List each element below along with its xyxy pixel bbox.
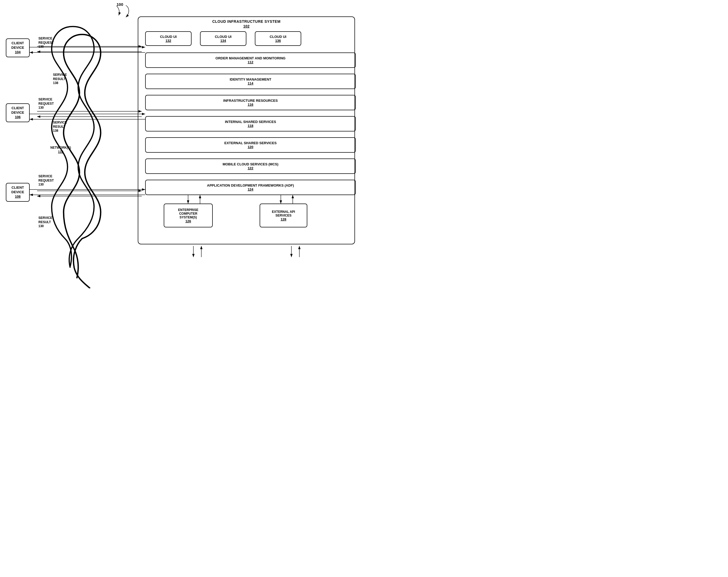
enterprise-ref: 126 [185,219,191,223]
cloud-ui-136-label: CLOUD UI [270,35,286,39]
external-api-ref: 128 [281,217,286,221]
order-management-112: ORDER MANAGEMENT AND MONITORING 112 [145,52,356,68]
service-request-130-mid: SERVICEREQUEST130 [38,98,54,110]
cloud-ui-136: CLOUD UI 136 [255,31,301,46]
client-device-108-ref: 108 [15,195,21,199]
external-shared-label: EXTERNAL SHARED SERVICES [225,141,277,145]
internal-shared-ref: 118 [248,124,254,128]
adf-ref: 124 [248,187,254,191]
enterprise-computer-126: ENTERPRISECOMPUTERSYSTEM(S) 126 [164,204,213,227]
adf-124: APPLICATION DEVELOPMENT FRAMEWORKS (ADF)… [145,180,356,195]
enterprise-label: ENTERPRISECOMPUTERSYSTEM(S) [178,208,199,219]
client-device-108-label: CLIENTDEVICE [11,185,24,194]
cloud-ui-132-ref: 132 [165,39,172,43]
service-result-130-bot: SERVICERESULT130 [38,216,52,228]
client-device-106-ref: 106 [15,115,21,119]
cloud-ui-132-label: CLOUD UI [160,35,177,39]
order-mgmt-label: ORDER MANAGEMENT AND MONITORING [215,56,285,60]
order-mgmt-ref: 112 [248,60,254,64]
infrastructure-resources-116: INFRASTRUCTURE RESOURCES 116 [145,95,356,110]
identity-mgmt-ref: 114 [248,81,254,85]
identity-mgmt-label: IDENTITY MANAGEMENT [230,77,271,81]
identity-management-114: IDENTITY MANAGEMENT 114 [145,74,356,89]
infra-resources-label: INFRASTRUCTURE RESOURCES [223,99,278,103]
mobile-cloud-services-122: MOBILE CLOUD SERVICES (MCS) 122 [145,158,356,174]
external-shared-ref: 120 [248,145,254,149]
mobile-cloud-ref: 122 [248,166,254,170]
diagram: 100 CLIENTDEVICE 104 CLIENTDEVICE 106 CL… [0,0,364,288]
service-request-130-top: SERVICEREQUEST130 [38,36,54,49]
cloud-ui-134-label: CLOUD UI [215,35,232,39]
cloud-ui-134: CLOUD UI 134 [200,31,246,46]
service-result-138-top: SERVICERESULT138 [53,73,67,85]
cloud-ui-136-ref: 136 [275,39,281,43]
internal-shared-label: INTERNAL SHARED SERVICES [225,120,276,124]
cloud-ui-132: CLOUD UI 132 [145,31,191,46]
client-device-106: CLIENTDEVICE 106 [6,103,30,122]
client-device-104-label: CLIENTDEVICE [11,41,24,50]
adf-label: APPLICATION DEVELOPMENT FRAMEWORKS (ADF) [207,183,294,187]
client-device-104-ref: 104 [15,50,21,54]
internal-shared-services-118: INTERNAL SHARED SERVICES 118 [145,116,356,131]
infra-resources-ref: 116 [248,103,254,106]
external-api-label: EXTERNAL APISERVICES [272,210,295,217]
service-request-130-bot: SERVICEREQUEST130 [38,174,54,187]
client-device-104: CLIENTDEVICE 104 [6,39,30,57]
external-shared-services-120: EXTERNAL SHARED SERVICES 120 [145,137,356,153]
mobile-cloud-label: MOBILE CLOUD SERVICES (MCS) [223,162,279,166]
cloud-ui-134-ref: 134 [220,39,226,43]
client-device-106-label: CLIENTDEVICE [11,106,24,115]
external-api-128: EXTERNAL APISERVICES 128 [260,204,307,227]
cloud-system-title: CLOUD INFRASTRUCTURE SYSTEM 102 [138,19,355,29]
diagram-ref-label: 100 [116,2,123,7]
client-device-108: CLIENTDEVICE 108 [6,183,30,202]
service-result-138-mid: SERVICERESULT138 [53,121,67,133]
networks-110: NETWORK(S)110 [50,146,71,154]
